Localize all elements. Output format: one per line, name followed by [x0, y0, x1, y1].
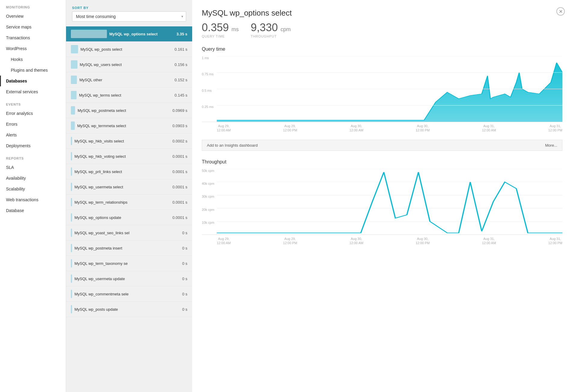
- query-chart-title: Query time: [202, 46, 562, 52]
- list-item[interactable]: MySQL wp_options select3.35 s: [66, 26, 192, 42]
- query-time-value: 0.359 ms: [202, 21, 239, 34]
- list-item[interactable]: MySQL wp_posts update0 s: [66, 302, 192, 317]
- throughput-number: 9,330: [251, 21, 278, 34]
- query-time-number: 0.359: [202, 21, 229, 34]
- list-item[interactable]: MySQL other0.152 s: [66, 72, 192, 88]
- sidebar-item-alerts[interactable]: Alerts: [0, 130, 66, 140]
- throughput-value: 9,330 cpm: [251, 21, 291, 34]
- database-list: MySQL wp_options select3.35 sMySQL wp_po…: [66, 26, 192, 317]
- sort-select[interactable]: Most time consuming: [72, 11, 186, 22]
- detail-title: MySQL wp_options select: [202, 8, 562, 18]
- insight-label: Add to an Insights dashboard: [207, 143, 258, 148]
- sidebar-item-hooks[interactable]: Hooks: [0, 54, 66, 65]
- sidebar-section-events: EVENTS: [0, 97, 66, 108]
- list-panel: SORT BY Most time consuming ▾ MySQL wp_o…: [66, 0, 192, 392]
- list-item[interactable]: MySQL wp_termmeta select0.0903 s: [66, 118, 192, 133]
- sidebar: MONITORINGOverviewService mapsTransactio…: [0, 0, 66, 392]
- sort-select-wrapper: Most time consuming ▾: [72, 11, 186, 22]
- query-x-labels: Aug 29,12:00 AMAug 29,12:00 PMAug 30,12:…: [202, 124, 562, 133]
- sort-label: SORT BY: [72, 6, 186, 10]
- query-time-label: QUERY TIME: [202, 34, 239, 38]
- list-item[interactable]: MySQL wp_term_taxonomy se0 s: [66, 256, 192, 271]
- sidebar-item-availability[interactable]: Availability: [0, 173, 66, 184]
- list-item[interactable]: MySQL wp_options update0.0001 s: [66, 210, 192, 225]
- detail-panel: ✕ MySQL wp_options select 0.359 ms QUERY…: [192, 0, 572, 392]
- throughput-y-labels: 50k cpm40k cpm30k cpm20k cpm10k cpm: [202, 169, 214, 235]
- sidebar-section-reports: REPORTS: [0, 151, 66, 162]
- list-item[interactable]: MySQL wp_usermeta update0 s: [66, 271, 192, 286]
- throughput-chart-section: Throughput 50k cpm40k cpm30k cpm20k cpm1…: [202, 159, 562, 245]
- sort-bar: SORT BY Most time consuming ▾: [66, 6, 192, 26]
- close-button[interactable]: ✕: [556, 7, 565, 16]
- query-chart-area: 1 ms0.75 ms0.5 ms0.25 ms: [202, 56, 562, 122]
- query-chart-svg: [217, 56, 562, 122]
- throughput-metric: 9,330 cpm THROUGHPUT: [251, 21, 291, 38]
- sidebar-item-transactions[interactable]: Transactions: [0, 32, 66, 43]
- list-item[interactable]: MySQL wp_prli_links select0.0001 s: [66, 164, 192, 179]
- throughput-label: THROUGHPUT: [251, 34, 291, 38]
- list-item[interactable]: MySQL wp_users select0.156 s: [66, 57, 192, 72]
- sidebar-item-overview[interactable]: Overview: [0, 11, 66, 22]
- sidebar-item-sla[interactable]: SLA: [0, 162, 66, 173]
- sidebar-item-wordpress[interactable]: WordPress: [0, 43, 66, 54]
- sidebar-item-web-transactions[interactable]: Web transactions: [0, 194, 66, 205]
- list-item[interactable]: MySQL wp_hkb_visits select0.0002 s: [66, 133, 192, 149]
- sidebar-item-external-services[interactable]: External services: [0, 86, 66, 97]
- sidebar-item-plugins-themes[interactable]: Plugins and themes: [0, 65, 66, 76]
- insight-bar: Add to an Insights dashboard More...: [202, 140, 562, 151]
- list-item[interactable]: MySQL wp_term_relationships0.0001 s: [66, 195, 192, 210]
- sidebar-item-database[interactable]: Database: [0, 205, 66, 216]
- query-time-chart-section: Query time 1 ms0.75 ms0.5 ms0.25 ms: [202, 46, 562, 133]
- throughput-chart-svg: [217, 169, 562, 235]
- list-item[interactable]: MySQL wp_hkb_voting select0.0001 s: [66, 149, 192, 164]
- list-item[interactable]: MySQL wp_yoast_seo_links sel0 s: [66, 225, 192, 241]
- throughput-unit: cpm: [279, 26, 291, 32]
- query-time-unit: ms: [230, 26, 239, 32]
- query-time-metric: 0.359 ms QUERY TIME: [202, 21, 239, 38]
- list-item[interactable]: MySQL wp_posts select0.161 s: [66, 42, 192, 57]
- sidebar-item-errors[interactable]: Errors: [0, 119, 66, 130]
- list-item[interactable]: MySQL wp_commentmeta sele0 s: [66, 286, 192, 302]
- throughput-chart-title: Throughput: [202, 159, 562, 165]
- sidebar-item-databases[interactable]: Databases: [0, 76, 66, 86]
- sidebar-item-service-maps[interactable]: Service maps: [0, 22, 66, 32]
- sidebar-item-deployments[interactable]: Deployments: [0, 140, 66, 151]
- sidebar-section-monitoring: MONITORING: [0, 0, 66, 11]
- throughput-chart-area: 50k cpm40k cpm30k cpm20k cpm10k cpm: [202, 169, 562, 235]
- list-item[interactable]: MySQL wp_terms select0.145 s: [66, 88, 192, 103]
- list-item[interactable]: MySQL wp_postmeta select0.0969 s: [66, 103, 192, 118]
- more-link[interactable]: More...: [545, 143, 557, 148]
- list-item[interactable]: MySQL wp_usermeta select0.0001 s: [66, 179, 192, 195]
- list-item[interactable]: MySQL wp_postmeta insert0 s: [66, 241, 192, 256]
- sidebar-item-error-analytics[interactable]: Error analytics: [0, 108, 66, 119]
- detail-metrics: 0.359 ms QUERY TIME 9,330 cpm THROUGHPUT: [202, 21, 562, 38]
- svg-marker-0: [217, 63, 562, 122]
- tp-x-labels: Aug 29,12:00 AMAug 29,12:00 PMAug 30,12:…: [202, 237, 562, 245]
- sidebar-item-scalability[interactable]: Scalability: [0, 184, 66, 194]
- query-y-labels: 1 ms0.75 ms0.5 ms0.25 ms: [202, 56, 213, 122]
